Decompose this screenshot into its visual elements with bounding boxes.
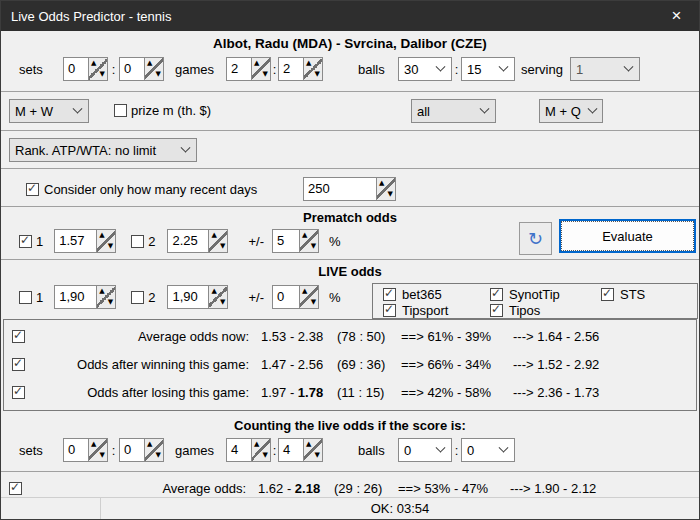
live-header: LIVE odds [1, 264, 699, 279]
colon-separator: : [108, 62, 119, 77]
result-losing-checkbox[interactable] [12, 386, 25, 399]
average-odds-bold: 2.18 [295, 481, 320, 496]
prematch-p2-odds-spinner[interactable]: 2.25 ▲▼ [167, 229, 228, 253]
counting-sets-player1-spinner[interactable]: 0 ▲▼ [63, 438, 108, 462]
close-icon: × [672, 6, 682, 26]
counting-sets-label: sets [19, 443, 63, 458]
spinner-updown-icon[interactable]: ▲▼ [144, 58, 163, 80]
prematch-p2-checkbox[interactable] [131, 235, 144, 248]
spinner-updown-icon[interactable]: ▲▼ [251, 439, 270, 461]
result-percentages: ==> 61% - 39% [401, 329, 505, 344]
average-odds-values: 1.62 - 2.18 [258, 481, 334, 496]
balls-player1-select[interactable]: 30 [398, 57, 452, 81]
bookmaker-tipos-checkbox[interactable] [490, 304, 503, 317]
recent-days-spinner[interactable]: 250 ▲▼ [303, 177, 396, 201]
spinner-updown-icon[interactable]: ▲▼ [208, 230, 227, 252]
bookmaker-tipsport-checkbox[interactable] [383, 304, 396, 317]
sets-player1-spinner[interactable]: 0 ▲▼ [63, 57, 108, 81]
spinner-updown-icon[interactable]: ▲▼ [303, 58, 322, 80]
colon-separator: : [452, 62, 461, 77]
counting-balls-player2-select[interactable]: 0 [461, 438, 515, 462]
spinner-updown-icon[interactable]: ▲▼ [96, 230, 115, 252]
refresh-button[interactable]: ↻ [519, 222, 552, 255]
live-p1-checkbox[interactable] [19, 291, 32, 304]
section-divider [1, 259, 699, 260]
chevron-down-icon [587, 103, 597, 113]
section-divider [1, 168, 699, 169]
recent-days-row: Consider only how many recent days 250 ▲… [1, 175, 699, 203]
counting-games-player1-spinner[interactable]: 4 ▲▼ [226, 438, 271, 462]
counting-balls-player1-select[interactable]: 0 [398, 438, 452, 462]
spinner-updown-icon[interactable]: ▲▼ [96, 286, 115, 308]
result-row-now: Average odds now: 1.53 - 2.38 (78 : 50) … [4, 323, 696, 349]
live-p1-odds-spinner[interactable]: 1,90 ▲▼ [54, 285, 116, 309]
prematch-margin-spinner[interactable]: 5 ▲▼ [272, 229, 319, 253]
serving-select[interactable]: 1 [570, 57, 640, 81]
prematch-p1-odds-spinner[interactable]: 1.57 ▲▼ [54, 229, 116, 253]
close-button[interactable]: × [654, 1, 699, 31]
evaluate-button[interactable]: Evaluate [559, 219, 696, 253]
spinner-updown-icon[interactable]: ▲▼ [299, 230, 318, 252]
tournament-filter-select[interactable]: all [411, 99, 496, 123]
evaluate-label: Evaluate [602, 229, 653, 244]
result-odds: 1.47 - 2.56 [261, 357, 337, 372]
spinner-updown-icon[interactable]: ▲▼ [303, 439, 322, 461]
live-p2-checkbox[interactable] [131, 291, 144, 304]
prematch-p1-checkbox[interactable] [19, 235, 32, 248]
result-winning-checkbox[interactable] [12, 358, 25, 371]
live-p1-odds-value: 1,90 [55, 286, 96, 308]
live-margin-spinner[interactable]: 0 ▲▼ [272, 285, 319, 309]
recent-days-label: Consider only how many recent days [44, 182, 303, 197]
spinner-updown-icon[interactable]: ▲▼ [251, 58, 270, 80]
live-p2-odds-value: 1,90 [168, 286, 208, 308]
bookmaker-label: Tipos [509, 303, 540, 318]
match-title: Albot, Radu (MDA) - Svrcina, Dalibor (CZ… [1, 36, 699, 51]
result-projected-odds: ---> 2.36 - 1.73 [513, 385, 599, 400]
result-label: Odds after winning this game: [31, 357, 249, 372]
spinner-updown-icon[interactable]: ▲▼ [88, 58, 107, 80]
up-arrow-icon: ▲ [99, 232, 104, 239]
rank-select[interactable]: Rank. ATP/WTA: no limit [9, 138, 197, 162]
category-select[interactable]: M + W [9, 99, 89, 123]
up-arrow-icon: ▲ [254, 60, 259, 67]
quali-select[interactable]: M + Q [539, 99, 603, 123]
bookmaker-label: SynotTip [509, 287, 560, 302]
spinner-updown-icon[interactable]: ▲▼ [376, 178, 395, 200]
prize-checkbox[interactable] [114, 104, 127, 117]
average-odds-count: (29 : 26) [334, 481, 392, 496]
average-odds-projected: ---> 1.90 - 2.12 [510, 481, 596, 496]
window-title: Live Odds Predictor - tennis [1, 9, 654, 24]
average-odds-checkbox[interactable] [9, 482, 22, 495]
spinner-updown-icon[interactable]: ▲▼ [144, 439, 163, 461]
down-arrow-icon: ▼ [100, 71, 105, 78]
spinner-updown-icon[interactable]: ▲▼ [208, 286, 227, 308]
colon-separator: : [452, 443, 461, 458]
balls-player1-value: 30 [404, 62, 418, 77]
live-p2-label: 2 [148, 290, 155, 305]
counting-balls-player2-value: 0 [467, 443, 474, 458]
result-now-checkbox[interactable] [12, 330, 25, 343]
chevron-down-icon [499, 442, 509, 452]
games-player1-spinner[interactable]: 2 ▲▼ [226, 57, 271, 81]
chevron-down-icon [624, 61, 634, 71]
live-p2-odds-spinner[interactable]: 1,90 ▲▼ [167, 285, 228, 309]
counting-games-player2-spinner[interactable]: 4 ▲▼ [278, 438, 323, 462]
bookmaker-label: STS [620, 287, 645, 302]
games-player2-spinner[interactable]: 2 ▲▼ [278, 57, 323, 81]
recent-days-value: 250 [304, 178, 376, 200]
bookmaker-sts-checkbox[interactable] [601, 288, 614, 301]
result-count: (69 : 36) [337, 357, 395, 372]
games-label: games [175, 62, 226, 77]
live-margin-label: +/- [248, 290, 264, 305]
sets-player2-spinner[interactable]: 0 ▲▼ [119, 57, 164, 81]
spinner-updown-icon[interactable]: ▲▼ [88, 439, 107, 461]
bookmaker-bet365-checkbox[interactable] [383, 288, 396, 301]
spinner-updown-icon[interactable]: ▲▼ [299, 286, 318, 308]
result-count: (11 : 15) [337, 385, 395, 400]
live-percent-label: % [329, 290, 341, 305]
up-arrow-icon: ▲ [302, 288, 307, 295]
counting-sets-player2-spinner[interactable]: 0 ▲▼ [119, 438, 164, 462]
recent-days-checkbox[interactable] [26, 183, 39, 196]
balls-player2-select[interactable]: 15 [461, 57, 515, 81]
bookmaker-synottip-checkbox[interactable] [490, 288, 503, 301]
